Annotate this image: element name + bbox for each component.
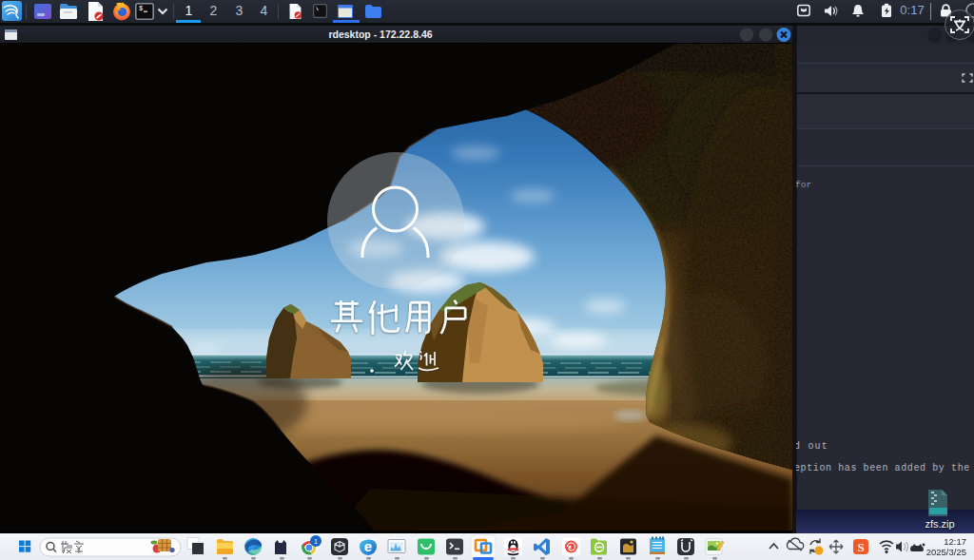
- svg-text:12:17: 12:17: [944, 536, 966, 547]
- svg-text:e: e: [364, 538, 372, 554]
- svg-text:S: S: [857, 540, 864, 554]
- svg-text:$: $: [139, 5, 143, 12]
- svg-text:1: 1: [314, 538, 318, 545]
- svg-text:2025/3/25: 2025/3/25: [926, 547, 966, 557]
